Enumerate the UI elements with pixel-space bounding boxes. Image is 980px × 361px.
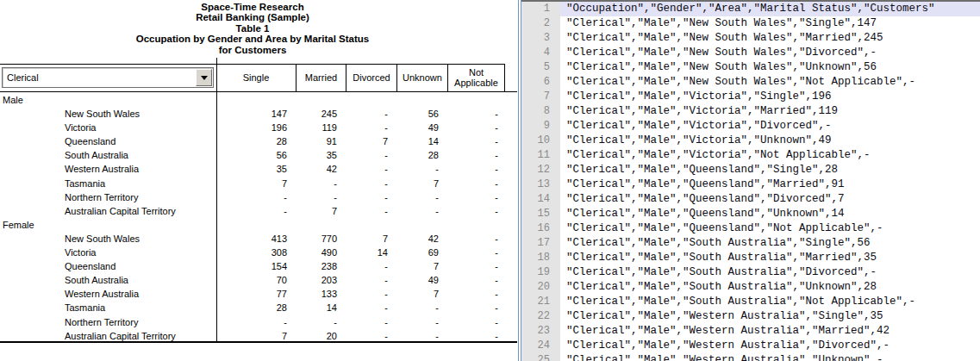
editor-line: 24"Clerical","Male","Western Australia",…	[521, 339, 980, 353]
table-cell: 413	[216, 232, 296, 246]
editor-line-text[interactable]: "Clerical","Male","Victoria","Single",19…	[560, 90, 980, 104]
line-number[interactable]: 21	[521, 295, 560, 309]
table-cell: 14	[296, 301, 346, 314]
table-cell: -	[447, 287, 505, 301]
column-header-not-applicable: Not Applicable	[447, 65, 505, 91]
table-cell: 119	[296, 121, 346, 134]
editor-lines[interactable]: 1"Occupation","Gender","Area","Marital S…	[521, 0, 980, 361]
editor-line-text[interactable]: "Clerical","Male","Queensland","Unknown"…	[560, 207, 980, 221]
editor-line-text[interactable]: "Clerical","Male","Victoria","Divorced",…	[560, 119, 980, 134]
line-number[interactable]: 14	[521, 192, 560, 207]
editor-line-text[interactable]: "Clerical","Male","New South Wales","Not…	[560, 75, 980, 90]
row-label: Victoria	[0, 246, 216, 259]
line-number[interactable]: 17	[521, 236, 560, 251]
editor-line-text[interactable]: "Clerical","Male","Western Australia","D…	[560, 339, 980, 353]
table-cell: -	[447, 162, 505, 176]
occupation-dropdown[interactable]: Clerical	[2, 67, 214, 88]
column-header-unknown: Unknown	[396, 65, 447, 91]
line-number[interactable]: 16	[521, 221, 560, 236]
line-number[interactable]: 4	[521, 46, 560, 60]
line-number[interactable]: 20	[521, 280, 560, 295]
editor-line-text[interactable]: "Clerical","Male","Queensland","Single",…	[560, 163, 980, 177]
editor-line: 17"Clerical","Male","South Australia","S…	[521, 236, 980, 251]
editor-line-text[interactable]: "Clerical","Male","South Australia","Mar…	[560, 251, 980, 265]
table-group-row: Male	[0, 93, 505, 107]
line-number[interactable]: 1	[521, 2, 560, 16]
table-row: New South Wales147245-56-	[0, 107, 505, 121]
line-number[interactable]: 19	[521, 265, 560, 280]
table-cell: 35	[216, 162, 296, 176]
editor-line-text[interactable]: "Clerical","Male","Queensland","Married"…	[560, 177, 980, 192]
editor-line-text[interactable]: "Clerical","Male","Victoria","Unknown",4…	[560, 134, 980, 148]
line-number[interactable]: 5	[521, 60, 560, 75]
dropdown-arrow-button[interactable]	[196, 69, 212, 86]
line-number[interactable]: 23	[521, 324, 560, 339]
table-cell: 42	[396, 232, 447, 246]
editor-line-text[interactable]: "Clerical","Male","Victoria","Not Applic…	[560, 148, 980, 163]
editor-line-text[interactable]: "Clerical","Male","South Australia","Sin…	[560, 236, 980, 251]
column-header-married: Married	[296, 65, 346, 91]
table-cell: 7	[346, 134, 396, 148]
line-number[interactable]: 24	[521, 339, 560, 353]
table-cell: 203	[296, 273, 346, 287]
table-cell	[346, 218, 396, 232]
table-cell	[346, 93, 396, 107]
line-number[interactable]: 7	[521, 90, 560, 104]
editor-line-text[interactable]: "Clerical","Male","New South Wales","Div…	[560, 46, 980, 60]
editor-line-text[interactable]: "Clerical","Male","Queensland","Not Appl…	[560, 221, 980, 236]
editor-line-text[interactable]: "Clerical","Male","Victoria","Married",1…	[560, 104, 980, 119]
editor-line: 3"Clerical","Male","New South Wales","Ma…	[521, 31, 980, 46]
chevron-down-icon	[201, 76, 208, 80]
row-label: Victoria	[0, 121, 216, 134]
table-cell: 49	[396, 273, 447, 287]
editor-line-text[interactable]: "Clerical","Male","Western Australia","S…	[560, 309, 980, 324]
editor-line-text[interactable]: "Clerical","Male","South Australia","Unk…	[560, 280, 980, 295]
table-cell: 770	[296, 232, 346, 246]
table-cell: 7	[396, 259, 447, 273]
row-label: South Australia	[0, 273, 216, 287]
editor-line-text[interactable]: "Clerical","Male","Queensland","Divorced…	[560, 192, 980, 207]
line-number[interactable]: 2	[521, 16, 560, 31]
table-cell: 147	[216, 107, 296, 121]
line-number[interactable]: 3	[521, 31, 560, 46]
table-cell: 245	[296, 107, 346, 121]
report-title-line-2: Retail Banking (Sample)	[0, 12, 505, 22]
editor-line: 1"Occupation","Gender","Area","Marital S…	[521, 2, 980, 16]
line-number[interactable]: 11	[521, 148, 560, 163]
editor-line-text[interactable]: "Clerical","Male","Western Australia","U…	[560, 353, 980, 361]
line-number[interactable]: 8	[521, 104, 560, 119]
line-number[interactable]: 25	[521, 353, 560, 361]
table-cell: 35	[296, 148, 346, 162]
editor-line-text[interactable]: "Clerical","Male","South Australia","Div…	[560, 265, 980, 280]
csv-editor-panel[interactable]: 1"Occupation","Gender","Area","Marital S…	[517, 0, 980, 361]
table-cell: -	[447, 148, 505, 162]
column-header-single: Single	[216, 65, 296, 91]
editor-line-text[interactable]: "Clerical","Male","New South Wales","Unk…	[560, 60, 980, 75]
line-number[interactable]: 13	[521, 177, 560, 192]
table-row: Northern Territory-----	[0, 190, 505, 204]
line-number[interactable]: 6	[521, 75, 560, 90]
line-number[interactable]: 22	[521, 309, 560, 324]
table-cell: -	[346, 329, 396, 343]
row-label: Tasmania	[0, 301, 216, 314]
editor-line-text[interactable]: "Clerical","Male","New South Wales","Sin…	[560, 16, 980, 31]
line-number[interactable]: 18	[521, 251, 560, 265]
editor-line-text[interactable]: "Clerical","Male","Western Australia","M…	[560, 324, 980, 339]
line-number[interactable]: 12	[521, 163, 560, 177]
line-number[interactable]: 10	[521, 134, 560, 148]
table-cell: 133	[296, 287, 346, 301]
editor-line-text[interactable]: "Clerical","Male","New South Wales","Mar…	[560, 31, 980, 46]
table-cell: 91	[296, 134, 346, 148]
editor-line-text[interactable]: "Occupation","Gender","Area","Marital St…	[560, 2, 980, 16]
table-cell: 14	[396, 134, 447, 148]
table-row: Victoria3084901469-	[0, 246, 505, 259]
line-number[interactable]: 15	[521, 207, 560, 221]
table-row: Victoria196119-49-	[0, 121, 505, 134]
table-cell: 7	[396, 177, 447, 190]
table-cell	[296, 218, 346, 232]
editor-line: 13"Clerical","Male","Queensland","Marrie…	[521, 177, 980, 192]
table-cell: 308	[216, 246, 296, 259]
line-number[interactable]: 9	[521, 119, 560, 134]
table-body: MaleNew South Wales147245-56-Victoria196…	[0, 93, 505, 343]
editor-line-text[interactable]: "Clerical","Male","South Australia","Not…	[560, 295, 980, 309]
